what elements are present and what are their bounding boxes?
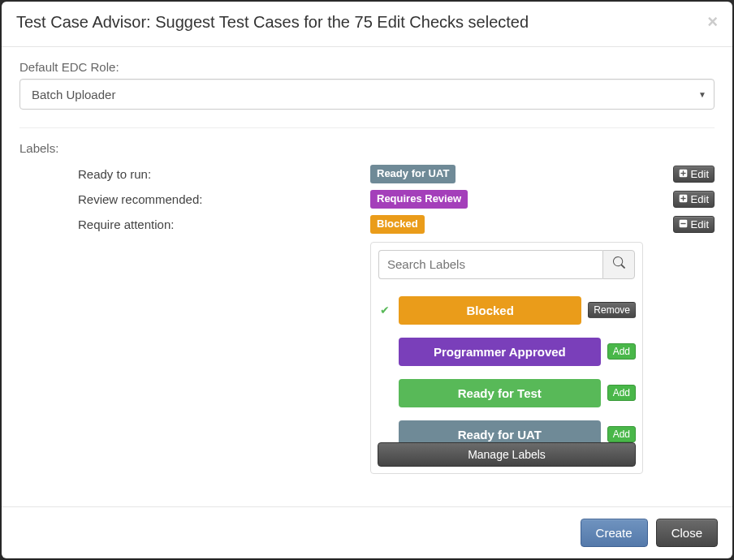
close-button[interactable]: Close — [656, 519, 718, 547]
minus-square-icon — [679, 218, 688, 230]
label-row: Ready to run:Ready for UATEdit — [78, 162, 715, 187]
label-row-caption: Review recommended: — [78, 192, 370, 206]
edc-role-label: Default EDC Role: — [19, 60, 715, 74]
edc-role-select-wrap: Batch Uploader ▼ — [19, 79, 715, 110]
label-search-input[interactable] — [378, 250, 602, 279]
labels-heading: Labels: — [19, 141, 715, 155]
label-search-bar — [371, 243, 642, 286]
label-row-caption: Require attention: — [78, 218, 370, 231]
status-badge: Ready for UAT — [370, 165, 456, 183]
check-icon: ✔ — [378, 304, 392, 317]
label-option-pill[interactable]: Blocked — [399, 296, 581, 325]
divider — [19, 127, 715, 128]
label-row-badge-wrap: Blocked — [370, 215, 425, 234]
edit-label-button[interactable]: Edit — [673, 191, 715, 208]
label-option-pill[interactable]: Ready for Test — [399, 379, 601, 407]
modal-title: Test Case Advisor: Suggest Test Cases fo… — [16, 13, 529, 32]
label-rows: Ready to run:Ready for UATEditReview rec… — [19, 162, 715, 237]
create-button[interactable]: Create — [581, 519, 648, 547]
modal-dialog: Test Case Advisor: Suggest Test Cases fo… — [2, 2, 732, 558]
edit-label-button[interactable]: Edit — [673, 166, 715, 183]
modal-footer: Create Close — [2, 506, 732, 558]
label-option-pill[interactable]: Ready for UAT — [399, 420, 601, 442]
edit-label-text: Edit — [691, 218, 709, 230]
status-badge: Requires Review — [370, 190, 468, 209]
label-option-row: Ready for TestAdd — [378, 373, 636, 414]
label-option-row: ✔BlockedRemove — [378, 290, 636, 331]
svg-rect-2 — [680, 173, 685, 174]
label-row-caption: Ready to run: — [78, 167, 370, 181]
close-icon[interactable]: × — [707, 13, 718, 31]
edit-label-text: Edit — [691, 168, 709, 180]
labels-panel: ✔BlockedRemoveProgrammer ApprovedAddRead… — [370, 242, 643, 474]
label-row-badge-wrap: Requires Review — [370, 190, 468, 209]
svg-rect-7 — [680, 223, 685, 224]
label-option-pill[interactable]: Programmer Approved — [399, 338, 601, 366]
plus-square-icon — [679, 193, 688, 205]
modal-body: Default EDC Role: Batch Uploader ▼ Label… — [2, 47, 732, 506]
edit-label-text: Edit — [691, 193, 709, 205]
label-options-list[interactable]: ✔BlockedRemoveProgrammer ApprovedAddRead… — [371, 286, 642, 442]
label-option-row: Programmer ApprovedAdd — [378, 331, 636, 373]
plus-square-icon — [679, 168, 688, 180]
label-option-row: Ready for UATAdd — [378, 414, 636, 442]
label-row-badge-wrap: Ready for UAT — [370, 165, 456, 183]
add-label-button[interactable]: Add — [607, 426, 636, 442]
manage-labels-button[interactable]: Manage Labels — [378, 442, 636, 467]
modal-header: Test Case Advisor: Suggest Test Cases fo… — [2, 2, 732, 47]
label-row: Review recommended:Requires ReviewEdit — [78, 187, 715, 212]
edit-label-button[interactable]: Edit — [673, 216, 715, 233]
remove-label-button[interactable]: Remove — [588, 302, 636, 318]
add-label-button[interactable]: Add — [607, 385, 636, 401]
label-search-button[interactable] — [602, 250, 635, 279]
label-row: Require attention:BlockedEdit — [78, 212, 715, 237]
add-label-button[interactable]: Add — [607, 343, 636, 360]
search-icon — [613, 256, 625, 272]
edc-role-select[interactable]: Batch Uploader — [19, 79, 715, 110]
svg-rect-5 — [680, 198, 685, 199]
status-badge: Blocked — [370, 215, 425, 234]
